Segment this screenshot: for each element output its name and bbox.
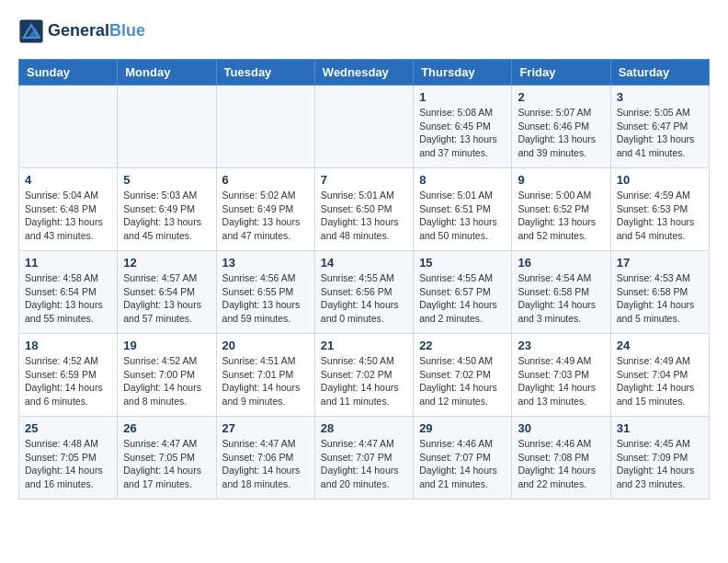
calendar-day-cell: 3Sunrise: 5:05 AM Sunset: 6:47 PM Daylig… — [610, 86, 709, 168]
calendar-day-cell: 23Sunrise: 4:49 AM Sunset: 7:03 PM Dayli… — [512, 334, 610, 417]
day-of-week-header: Monday — [118, 60, 216, 86]
calendar-day-cell: 8Sunrise: 5:01 AM Sunset: 6:51 PM Daylig… — [414, 168, 512, 251]
calendar-day-cell: 22Sunrise: 4:50 AM Sunset: 7:02 PM Dayli… — [414, 334, 512, 417]
day-info: Sunrise: 5:04 AM Sunset: 6:48 PM Dayligh… — [25, 189, 111, 243]
day-info: Sunrise: 4:59 AM Sunset: 6:53 PM Dayligh… — [617, 189, 703, 243]
day-number: 14 — [321, 256, 407, 270]
day-info: Sunrise: 4:58 AM Sunset: 6:54 PM Dayligh… — [25, 271, 111, 326]
calendar-table: SundayMondayTuesdayWednesdayThursdayFrid… — [18, 59, 710, 500]
calendar-day-cell: 6Sunrise: 5:02 AM Sunset: 6:49 PM Daylig… — [216, 168, 314, 251]
logo-text: GeneralBlue — [48, 22, 145, 40]
day-number: 30 — [518, 421, 604, 435]
day-number: 9 — [518, 173, 604, 187]
day-number: 28 — [321, 421, 407, 435]
logo: GeneralBlue — [18, 18, 145, 44]
calendar-day-cell: 20Sunrise: 4:51 AM Sunset: 7:01 PM Dayli… — [216, 334, 314, 417]
day-info: Sunrise: 4:54 AM Sunset: 6:58 PM Dayligh… — [518, 271, 604, 326]
day-number: 1 — [419, 90, 506, 104]
day-number: 18 — [25, 339, 111, 352]
day-number: 24 — [617, 339, 703, 352]
day-number: 6 — [222, 173, 309, 187]
day-number: 11 — [25, 256, 111, 270]
day-number: 12 — [123, 256, 210, 270]
calendar-day-cell — [19, 86, 118, 168]
day-info: Sunrise: 4:52 AM Sunset: 7:00 PM Dayligh… — [123, 354, 210, 408]
calendar-day-cell: 11Sunrise: 4:58 AM Sunset: 6:54 PM Dayli… — [19, 251, 118, 334]
day-info: Sunrise: 4:47 AM Sunset: 7:07 PM Dayligh… — [321, 437, 407, 491]
calendar-day-cell: 9Sunrise: 5:00 AM Sunset: 6:52 PM Daylig… — [512, 168, 610, 251]
calendar-day-cell: 2Sunrise: 5:07 AM Sunset: 6:46 PM Daylig… — [512, 86, 610, 168]
day-number: 3 — [617, 90, 703, 104]
day-info: Sunrise: 4:48 AM Sunset: 7:05 PM Dayligh… — [25, 437, 111, 491]
day-number: 21 — [321, 339, 407, 352]
logo-icon — [18, 18, 44, 44]
calendar-day-cell: 24Sunrise: 4:49 AM Sunset: 7:04 PM Dayli… — [610, 334, 709, 417]
day-number: 31 — [617, 421, 703, 435]
day-info: Sunrise: 5:01 AM Sunset: 6:51 PM Dayligh… — [419, 189, 506, 243]
calendar-day-cell: 18Sunrise: 4:52 AM Sunset: 6:59 PM Dayli… — [19, 334, 118, 417]
header-row: SundayMondayTuesdayWednesdayThursdayFrid… — [19, 60, 710, 86]
day-info: Sunrise: 4:49 AM Sunset: 7:03 PM Dayligh… — [518, 354, 604, 408]
day-info: Sunrise: 4:49 AM Sunset: 7:04 PM Dayligh… — [617, 354, 703, 408]
day-number: 2 — [518, 90, 604, 104]
calendar-day-cell: 5Sunrise: 5:03 AM Sunset: 6:49 PM Daylig… — [118, 168, 216, 251]
calendar-day-cell: 1Sunrise: 5:08 AM Sunset: 6:45 PM Daylig… — [414, 86, 512, 168]
calendar-body: 1Sunrise: 5:08 AM Sunset: 6:45 PM Daylig… — [19, 86, 710, 500]
day-number: 23 — [518, 339, 604, 352]
day-number: 10 — [617, 173, 703, 187]
day-number: 20 — [222, 339, 309, 352]
calendar-header: SundayMondayTuesdayWednesdayThursdayFrid… — [19, 60, 710, 86]
day-info: Sunrise: 5:00 AM Sunset: 6:52 PM Dayligh… — [518, 189, 604, 243]
day-number: 8 — [419, 173, 506, 187]
day-number: 17 — [617, 256, 703, 270]
calendar-day-cell: 16Sunrise: 4:54 AM Sunset: 6:58 PM Dayli… — [512, 251, 610, 334]
day-number: 4 — [25, 173, 111, 187]
day-info: Sunrise: 4:53 AM Sunset: 6:58 PM Dayligh… — [617, 271, 703, 326]
calendar-day-cell: 28Sunrise: 4:47 AM Sunset: 7:07 PM Dayli… — [314, 417, 413, 500]
calendar-day-cell: 21Sunrise: 4:50 AM Sunset: 7:02 PM Dayli… — [314, 334, 413, 417]
calendar-day-cell — [314, 86, 413, 168]
calendar-day-cell: 30Sunrise: 4:46 AM Sunset: 7:08 PM Dayli… — [512, 417, 610, 500]
day-info: Sunrise: 4:51 AM Sunset: 7:01 PM Dayligh… — [222, 354, 309, 408]
day-number: 7 — [321, 173, 407, 187]
day-of-week-header: Sunday — [19, 60, 118, 86]
calendar-day-cell: 17Sunrise: 4:53 AM Sunset: 6:58 PM Dayli… — [610, 251, 709, 334]
day-info: Sunrise: 5:01 AM Sunset: 6:50 PM Dayligh… — [321, 189, 407, 243]
day-number: 16 — [518, 256, 604, 270]
day-info: Sunrise: 4:55 AM Sunset: 6:56 PM Dayligh… — [321, 271, 407, 326]
day-number: 13 — [222, 256, 309, 270]
calendar-week-row: 1Sunrise: 5:08 AM Sunset: 6:45 PM Daylig… — [19, 86, 710, 168]
calendar-day-cell — [118, 86, 216, 168]
day-of-week-header: Tuesday — [216, 60, 314, 86]
calendar-day-cell: 14Sunrise: 4:55 AM Sunset: 6:56 PM Dayli… — [314, 251, 413, 334]
day-number: 19 — [123, 339, 210, 352]
day-info: Sunrise: 4:52 AM Sunset: 6:59 PM Dayligh… — [25, 354, 111, 408]
calendar-day-cell: 19Sunrise: 4:52 AM Sunset: 7:00 PM Dayli… — [118, 334, 216, 417]
calendar-day-cell: 27Sunrise: 4:47 AM Sunset: 7:06 PM Dayli… — [216, 417, 314, 500]
calendar-week-row: 18Sunrise: 4:52 AM Sunset: 6:59 PM Dayli… — [19, 334, 710, 417]
day-of-week-header: Friday — [512, 60, 610, 86]
day-info: Sunrise: 4:50 AM Sunset: 7:02 PM Dayligh… — [321, 354, 407, 408]
day-info: Sunrise: 5:02 AM Sunset: 6:49 PM Dayligh… — [222, 189, 309, 243]
day-info: Sunrise: 4:55 AM Sunset: 6:57 PM Dayligh… — [419, 271, 506, 326]
calendar-day-cell: 12Sunrise: 4:57 AM Sunset: 6:54 PM Dayli… — [118, 251, 216, 334]
day-info: Sunrise: 4:56 AM Sunset: 6:55 PM Dayligh… — [222, 271, 309, 326]
calendar-day-cell: 26Sunrise: 4:47 AM Sunset: 7:05 PM Dayli… — [118, 417, 216, 500]
day-info: Sunrise: 4:46 AM Sunset: 7:08 PM Dayligh… — [518, 437, 604, 491]
day-info: Sunrise: 4:47 AM Sunset: 7:06 PM Dayligh… — [222, 437, 309, 491]
day-number: 25 — [25, 421, 111, 435]
day-info: Sunrise: 5:07 AM Sunset: 6:46 PM Dayligh… — [518, 106, 604, 160]
calendar-day-cell: 7Sunrise: 5:01 AM Sunset: 6:50 PM Daylig… — [314, 168, 413, 251]
page-header: GeneralBlue — [18, 18, 710, 44]
day-number: 29 — [419, 421, 506, 435]
day-info: Sunrise: 5:03 AM Sunset: 6:49 PM Dayligh… — [123, 189, 210, 243]
day-info: Sunrise: 5:05 AM Sunset: 6:47 PM Dayligh… — [617, 106, 703, 160]
calendar-day-cell: 25Sunrise: 4:48 AM Sunset: 7:05 PM Dayli… — [19, 417, 118, 500]
calendar-week-row: 11Sunrise: 4:58 AM Sunset: 6:54 PM Dayli… — [19, 251, 710, 334]
calendar-day-cell — [216, 86, 314, 168]
day-info: Sunrise: 4:47 AM Sunset: 7:05 PM Dayligh… — [123, 437, 210, 491]
calendar-day-cell: 4Sunrise: 5:04 AM Sunset: 6:48 PM Daylig… — [19, 168, 118, 251]
day-number: 5 — [123, 173, 210, 187]
calendar-day-cell: 31Sunrise: 4:45 AM Sunset: 7:09 PM Dayli… — [610, 417, 709, 500]
calendar-day-cell: 15Sunrise: 4:55 AM Sunset: 6:57 PM Dayli… — [414, 251, 512, 334]
